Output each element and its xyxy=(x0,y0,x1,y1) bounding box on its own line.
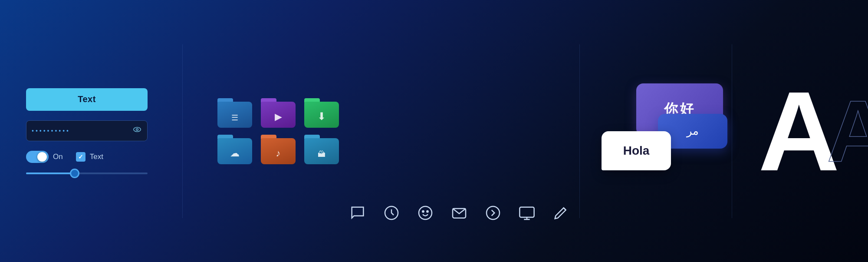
folder-blue[interactable]: ☰ xyxy=(217,98,252,128)
folder-music-icon: ♪ xyxy=(276,148,281,159)
divider-3 xyxy=(732,44,732,218)
divider-2 xyxy=(579,44,580,218)
chat-container: 你好 مر Hola xyxy=(602,66,723,196)
password-dots: •••••••••• xyxy=(32,127,132,134)
svg-point-1 xyxy=(136,129,138,131)
section-chat: 你好 مر Hola xyxy=(602,0,723,262)
folder-cloud-icon: ☁ xyxy=(230,148,240,159)
checkbox-group: ✓ Text xyxy=(76,152,103,162)
svg-point-0 xyxy=(134,127,141,132)
slider-row xyxy=(26,172,148,174)
folder-purple-icon: ▶ xyxy=(275,111,282,123)
divider-1 xyxy=(182,44,183,218)
svg-point-4 xyxy=(422,211,424,212)
folder-blue2[interactable]: ☁ xyxy=(217,135,252,164)
folder-pictures-icon: 🏔 xyxy=(318,150,326,159)
toggle-label: On xyxy=(53,153,63,161)
slider-track[interactable] xyxy=(26,172,148,174)
bubble-hola: Hola xyxy=(602,131,671,170)
eye-icon[interactable] xyxy=(132,125,142,136)
folder-blue-icon: ☰ xyxy=(231,113,238,123)
pen-icon-button[interactable] xyxy=(551,203,571,223)
chat-icon-button[interactable] xyxy=(348,203,368,223)
svg-point-5 xyxy=(427,211,428,212)
clock-icon-button[interactable] xyxy=(381,203,401,223)
folder-row-2: ☁ ♪ 🏔 xyxy=(217,135,339,164)
checkbox-label: Text xyxy=(90,153,103,161)
section-line-icons xyxy=(348,203,571,223)
password-field-row: •••••••••• xyxy=(26,120,148,141)
folder-orange[interactable]: ♪ xyxy=(261,135,296,164)
toggle-group: On xyxy=(26,151,63,163)
folder-green-icon: ⬇ xyxy=(317,110,326,123)
checkbox[interactable]: ✓ xyxy=(76,152,85,162)
monitor-icon-button[interactable] xyxy=(517,203,537,223)
section-folders: ☰ ▶ ⬇ ☁ ♪ xyxy=(217,98,339,164)
folder-teal[interactable]: 🏔 xyxy=(304,135,339,164)
slider-thumb[interactable] xyxy=(70,169,79,178)
folder-green[interactable]: ⬇ xyxy=(304,98,339,128)
emoji-icon-button[interactable] xyxy=(415,203,435,223)
folder-row-1: ☰ ▶ ⬇ xyxy=(217,98,339,128)
slider-fill xyxy=(26,172,75,174)
arrow-circle-icon-button[interactable] xyxy=(483,203,503,223)
svg-rect-8 xyxy=(519,207,534,217)
text-button[interactable]: Text xyxy=(26,88,148,111)
outline-letters-Aa: Aa xyxy=(827,88,868,175)
folder-purple[interactable]: ▶ xyxy=(261,98,296,128)
toggle-switch[interactable] xyxy=(26,151,49,163)
main-container: Text •••••••••• On ✓ Text xyxy=(0,0,868,262)
large-letter-A: A xyxy=(758,75,835,188)
checkmark-icon: ✓ xyxy=(78,153,83,160)
mail-icon-button[interactable] xyxy=(449,203,469,223)
hola-text: Hola xyxy=(623,144,650,158)
section-controls: Text •••••••••• On ✓ Text xyxy=(26,88,174,174)
svg-point-7 xyxy=(487,206,500,219)
svg-point-3 xyxy=(419,206,432,219)
toggle-checkbox-row: On ✓ Text xyxy=(26,151,174,163)
arabic-text: مر xyxy=(687,124,699,138)
toggle-thumb xyxy=(37,152,47,162)
section-typography: A Aa xyxy=(758,75,868,188)
